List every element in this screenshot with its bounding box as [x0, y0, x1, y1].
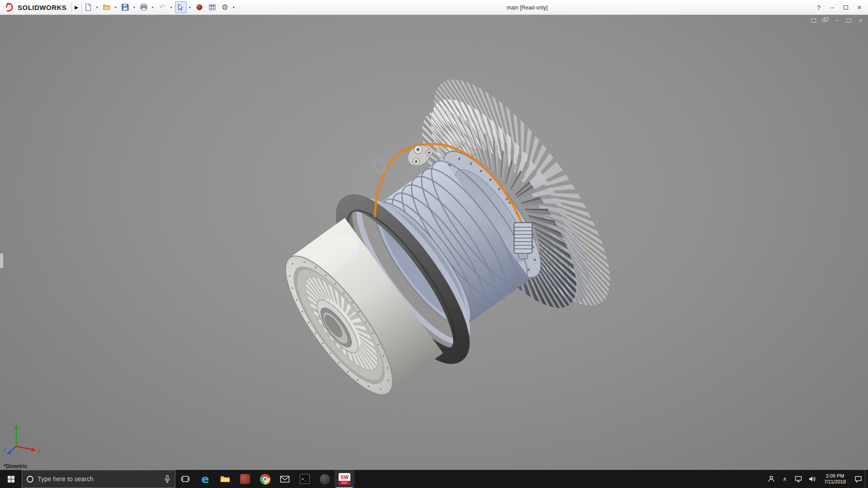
gear-icon: ⚙: [222, 4, 228, 11]
network-icon: [795, 476, 802, 482]
taskbar-app-mail[interactable]: [275, 470, 295, 488]
file-explorer-icon: [220, 474, 231, 483]
menu-expand-arrow[interactable]: ▶: [71, 5, 81, 10]
appearance-sphere-icon: [196, 4, 203, 11]
taskbar-app-dark[interactable]: [315, 470, 335, 488]
doc-minimize-icon[interactable]: −: [833, 17, 841, 23]
solidworks-app-icon: SW 2017: [339, 473, 350, 485]
solidworks-logo[interactable]: SOLIDWORKS: [0, 0, 71, 14]
select-cursor-icon: [177, 4, 184, 11]
window-controls: ? − ×: [812, 0, 866, 15]
taskbar-app-edge[interactable]: e: [195, 470, 215, 488]
panel-handle[interactable]: [0, 253, 4, 268]
terminal-icon: >_: [300, 474, 310, 484]
taskbar-clock[interactable]: 3:09 PM 7/11/2018: [819, 470, 851, 488]
dassault-mark-icon: [4, 2, 15, 12]
graphics-viewport[interactable]: − × Y X Z *Dimetric: [0, 15, 868, 470]
start-button[interactable]: [0, 470, 22, 488]
printer-icon: [140, 3, 148, 11]
open-document-dropdown[interactable]: ▾: [113, 5, 118, 9]
table-grid-icon: [208, 4, 216, 11]
mail-envelope-icon: [280, 475, 290, 483]
titlebar: SOLIDWORKS ▶ ▾ ▾ ▾: [0, 0, 868, 15]
taskbar-app-red[interactable]: [235, 470, 255, 488]
view-orientation-label: *Dimetric: [4, 463, 28, 469]
taskbar-spacer: [354, 470, 764, 488]
tray-overflow-button[interactable]: ∧: [778, 470, 792, 488]
open-folder-icon: [103, 3, 111, 11]
axis-z-label: Z: [3, 448, 6, 453]
gearbox-block: [514, 223, 532, 259]
app-name: SOLIDWORKS: [18, 4, 66, 11]
doc-close-icon[interactable]: ×: [857, 17, 864, 23]
people-icon: [768, 475, 775, 483]
options-button[interactable]: ⚙: [219, 1, 231, 13]
close-button[interactable]: ×: [853, 2, 866, 14]
taskbar-app-chrome[interactable]: [255, 470, 275, 488]
clock-date: 7/11/2018: [824, 479, 846, 485]
save-floppy-icon: [121, 3, 129, 11]
axis-y-label: Y: [12, 423, 15, 428]
maximize-icon: [844, 5, 848, 9]
network-button[interactable]: [792, 470, 805, 488]
maximize-button[interactable]: [839, 2, 853, 14]
action-center-button[interactable]: [851, 470, 865, 488]
chrome-icon: [260, 474, 270, 484]
document-title: main [Read-only]: [507, 0, 548, 15]
taskbar-app-file-explorer[interactable]: [215, 470, 235, 488]
taskbar-search[interactable]: [22, 470, 175, 488]
save-button[interactable]: [119, 1, 131, 13]
speaker-icon: [808, 476, 816, 482]
volume-button[interactable]: [805, 470, 819, 488]
cascade-windows-icon[interactable]: [821, 17, 829, 23]
undo-button[interactable]: ↶: [156, 1, 168, 13]
show-desktop-button[interactable]: [865, 470, 868, 488]
save-dropdown[interactable]: ▾: [132, 5, 137, 9]
document-window-controls: − ×: [810, 17, 864, 23]
select-tool-button[interactable]: [175, 1, 187, 13]
axis-x-label: X: [38, 449, 41, 454]
undo-dropdown[interactable]: ▾: [169, 5, 174, 9]
search-input[interactable]: [38, 475, 160, 483]
solidworks-window: SOLIDWORKS ▶ ▾ ▾ ▾: [0, 0, 868, 488]
orientation-triad: Y X Z: [3, 419, 44, 458]
options-dropdown[interactable]: ▾: [231, 5, 236, 9]
minimize-button[interactable]: −: [826, 2, 839, 14]
divider: [81, 1, 82, 13]
select-tool-dropdown[interactable]: ▾: [187, 5, 192, 9]
new-document-button[interactable]: [82, 1, 94, 13]
windows-logo-icon: [8, 476, 14, 483]
new-document-dropdown[interactable]: ▾: [94, 5, 99, 9]
new-window-icon[interactable]: [810, 17, 817, 23]
engine-3d-model[interactable]: [0, 15, 868, 470]
action-center-icon: [854, 475, 862, 483]
doc-restore-icon[interactable]: [845, 17, 853, 23]
task-view-icon: [181, 474, 190, 483]
people-button[interactable]: [764, 470, 778, 488]
undo-icon: ↶: [160, 4, 165, 11]
task-view-button[interactable]: [175, 470, 195, 488]
taskbar-app-terminal[interactable]: >_: [295, 470, 315, 488]
design-table-button[interactable]: [206, 1, 218, 13]
red-app-icon: [240, 474, 250, 484]
edge-icon: e: [202, 473, 209, 486]
open-document-button[interactable]: [101, 1, 113, 13]
clock-time: 3:09 PM: [826, 473, 844, 479]
windows-taskbar: e >_ SW 2: [0, 470, 868, 488]
help-button[interactable]: ?: [812, 2, 826, 14]
cortana-icon: [27, 476, 33, 483]
print-button[interactable]: [138, 1, 150, 13]
dark-app-icon: [320, 474, 330, 484]
print-dropdown[interactable]: ▾: [150, 5, 155, 9]
microphone-icon[interactable]: [164, 475, 170, 483]
taskbar-app-solidworks[interactable]: SW 2017: [335, 470, 354, 488]
new-document-icon: [84, 3, 92, 11]
appearance-button[interactable]: [193, 1, 205, 13]
